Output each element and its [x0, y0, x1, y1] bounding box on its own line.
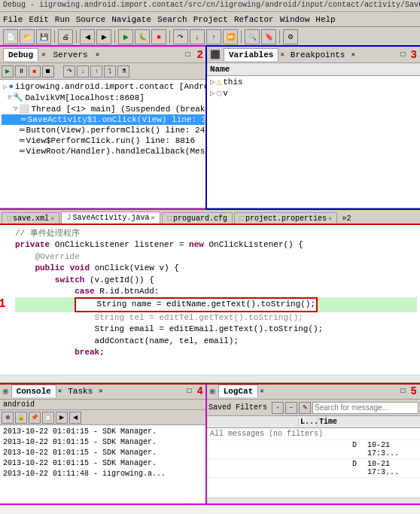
breakpoints-tab[interactable]: Breakpoints: [286, 49, 350, 61]
step-return-btn[interactable]: ↑: [90, 65, 102, 78]
tab-project-props-icon: □: [239, 214, 244, 223]
menu-help[interactable]: Help: [315, 15, 335, 24]
all-messages-text: All messages (no filters): [210, 430, 323, 438]
servers-tab-close[interactable]: ✕: [96, 50, 99, 59]
console-next[interactable]: ▶: [56, 412, 68, 424]
step-return[interactable]: ↑: [206, 29, 221, 44]
step-into-btn[interactable]: ↓: [77, 65, 89, 78]
tab-proguard[interactable]: □ proguard.cfg: [162, 212, 233, 224]
menu-edit[interactable]: Edit: [29, 15, 48, 24]
more-tabs[interactable]: »2: [339, 213, 354, 224]
tab-save-xml[interactable]: □ save.xml ✕: [2, 212, 59, 224]
print-btn[interactable]: 🖨: [58, 29, 73, 44]
resume[interactable]: ⏩: [223, 29, 238, 44]
tab-saveactivity[interactable]: J SaveActivity.java ✕: [61, 211, 160, 224]
tab-project-props-close[interactable]: ✕: [328, 214, 332, 223]
debug-btn[interactable]: 🐛: [135, 29, 150, 44]
vars-panel-min[interactable]: □: [399, 50, 408, 59]
tree-item-viewroot[interactable]: ═ ViewRoot/Handler).handleCallback(Messa…: [2, 146, 205, 157]
code-scrollbar[interactable]: [0, 375, 420, 382]
var-this-name: this: [223, 78, 242, 87]
tree-item-save[interactable]: ═ SaveActivity$1.onClick(View) line: 38: [2, 114, 205, 125]
new-btn[interactable]: 📄: [3, 29, 18, 44]
suspend-btn[interactable]: ⏸: [15, 65, 27, 78]
console-min[interactable]: □: [185, 387, 194, 395]
logcat-label-number: 5: [411, 385, 417, 397]
console-copy[interactable]: 📋: [42, 412, 54, 424]
search-toolbar-btn[interactable]: 🔍: [245, 29, 260, 44]
drop-to-frame[interactable]: ⤵: [104, 65, 116, 78]
prev-btn[interactable]: ◀: [80, 29, 95, 44]
panel-minimize[interactable]: □: [184, 50, 193, 59]
variables-tab[interactable]: Variables: [224, 48, 278, 61]
debug-tab[interactable]: Debug: [3, 48, 38, 61]
stop-btn[interactable]: ■: [151, 29, 166, 44]
bp-tab-close[interactable]: ✕: [351, 50, 355, 59]
next-btn[interactable]: ▶: [96, 29, 111, 44]
step-into[interactable]: ↓: [190, 29, 205, 44]
terminate-btn[interactable]: ■: [29, 65, 41, 78]
use-step-filters[interactable]: ⚗: [117, 65, 129, 78]
logcat-edit-filter[interactable]: ✎: [299, 402, 311, 414]
settings-btn[interactable]: ⚙: [283, 29, 298, 44]
console-tab-close[interactable]: ✕: [58, 387, 62, 395]
console-pin[interactable]: 📌: [29, 412, 41, 424]
file-tabs: □ save.xml ✕ J SaveActivity.java ✕ □ pro…: [0, 208, 420, 225]
tree-item-view[interactable]: ═ View$PerformClick.run() line: 8816: [2, 135, 205, 146]
logcat-tab[interactable]: LogCat: [218, 385, 259, 397]
tab-project-props[interactable]: □ project.properties ✕: [234, 212, 337, 224]
logcat-min[interactable]: □: [399, 387, 408, 395]
tasks-tab-close[interactable]: ✕: [99, 387, 102, 395]
logcat-search[interactable]: [312, 402, 418, 414]
debug-tab-close[interactable]: ✕: [41, 50, 45, 59]
menu-window[interactable]: Window: [280, 15, 310, 24]
tree-item-dalvik[interactable]: ▽ 🔧 DalvikVM[localhost:8608]: [2, 92, 205, 103]
menu-refactor[interactable]: Refactor: [234, 15, 274, 24]
code-content[interactable]: // 事件处理程序 private OnClickListener listen…: [0, 225, 420, 375]
logcat-row-1[interactable]: D 10-21 17:3...: [207, 440, 420, 459]
disconnect-btn[interactable]: ⏹: [42, 65, 54, 78]
tree-item-thread[interactable]: ▽ ⬜ Thread [<1> main] (Suspended (breakp…: [2, 103, 205, 114]
bookmark-btn[interactable]: 🔖: [261, 29, 276, 44]
run-btn[interactable]: ▶: [118, 29, 133, 44]
logcat-level-1: D: [351, 440, 366, 458]
servers-tab[interactable]: Servers: [48, 49, 92, 61]
menu-source[interactable]: Source: [76, 15, 106, 24]
resume-btn[interactable]: ▶: [2, 65, 14, 78]
menu-run[interactable]: Run: [55, 15, 70, 24]
tree-item-button[interactable]: ═ Button(View).performClick() line: 2408: [2, 125, 205, 135]
save-btn[interactable]: 💾: [36, 29, 51, 44]
step-over-btn[interactable]: ↷: [63, 65, 75, 78]
tasks-tab[interactable]: Tasks: [63, 385, 97, 397]
menu-search[interactable]: Search: [157, 15, 187, 24]
console-scroll-lock[interactable]: 🔒: [15, 412, 27, 424]
menu-file[interactable]: File: [3, 15, 23, 24]
console-icon: ▣: [3, 386, 8, 396]
logcat-row-2[interactable]: D 10-21 17:3...: [207, 459, 420, 478]
tree-icon-app: ●: [8, 82, 14, 91]
console-tab[interactable]: Console: [11, 385, 56, 397]
tab-saveactivity-label: SaveActivity.java: [72, 214, 149, 222]
var-v[interactable]: ▷ ◯ v: [207, 87, 420, 99]
var-this[interactable]: ▷ △ this: [207, 76, 420, 87]
tree-item-app[interactable]: ▷ ● iigrowing.android.import.contact [An…: [2, 81, 205, 92]
logcat-scrollbar[interactable]: [207, 497, 420, 503]
menu-project[interactable]: Project: [193, 15, 228, 24]
code-line-email: String email = editEmail.getText().toStr…: [15, 324, 417, 335]
logcat-remove-filter[interactable]: −: [285, 402, 297, 414]
menu-bar: File Edit Run Source Navigate Search Pro…: [0, 12, 420, 27]
step-over[interactable]: ↷: [173, 29, 188, 44]
menu-navigate[interactable]: Navigate: [111, 15, 151, 24]
logcat-tab-close[interactable]: ✕: [260, 387, 263, 395]
vars-tab-close[interactable]: ✕: [280, 50, 284, 59]
console-prev[interactable]: ◀: [69, 412, 81, 424]
code-line-case: case R.id.btnAdd:: [15, 286, 417, 297]
vars-content: ▷ △ this ▷ ◯ v: [207, 76, 420, 208]
tab-save-xml-close[interactable]: ✕: [50, 214, 54, 223]
arrow-app: ▷: [3, 83, 7, 91]
tab-saveactivity-close[interactable]: ✕: [151, 214, 155, 222]
logcat-all-messages[interactable]: All messages (no filters): [207, 428, 420, 440]
open-btn[interactable]: 📂: [20, 29, 35, 44]
console-clear[interactable]: ⊗: [2, 412, 14, 424]
logcat-add-filter[interactable]: +: [272, 402, 284, 414]
